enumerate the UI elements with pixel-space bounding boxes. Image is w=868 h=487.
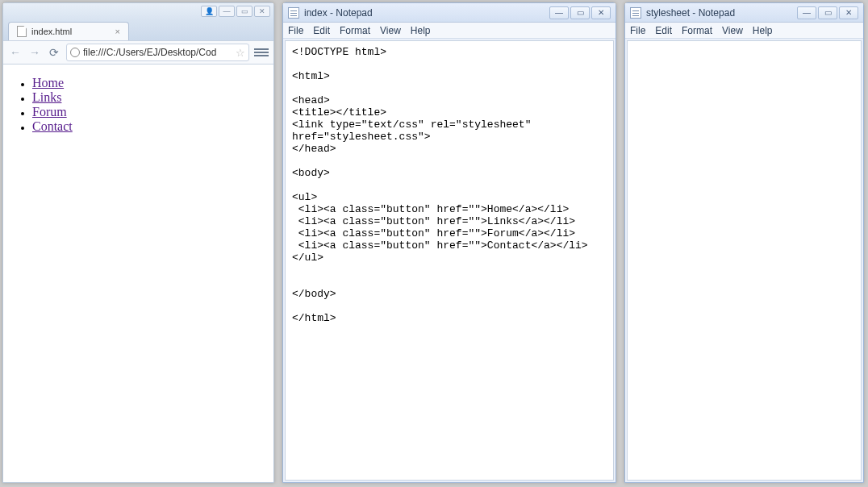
notepad-title: stylesheet - Notepad: [646, 7, 735, 19]
window-controls: — ▭ ✕: [549, 6, 611, 19]
menu-format[interactable]: Format: [340, 25, 370, 36]
menu-help[interactable]: Help: [753, 25, 773, 36]
minimize-button[interactable]: —: [219, 6, 235, 17]
notepad-titlebar: index - Notepad — ▭ ✕: [283, 3, 616, 23]
menu-edit[interactable]: Edit: [313, 25, 330, 36]
chrome-toolbar: ← → ⟳ file:///C:/Users/EJ/Desktop/Cod ☆: [3, 40, 273, 65]
menu-format[interactable]: Format: [682, 25, 712, 36]
globe-icon: [70, 48, 80, 57]
chrome-viewport: Home Links Forum Contact: [3, 65, 273, 482]
page-icon: [17, 26, 27, 37]
chrome-titlebar: 👤 — ▭ ✕: [3, 3, 273, 19]
minimize-button[interactable]: —: [797, 6, 816, 19]
maximize-button[interactable]: ▭: [818, 6, 837, 19]
chrome-window: 👤 — ▭ ✕ index.html × ← → ⟳ file:///C:/Us…: [2, 2, 274, 483]
close-button[interactable]: ✕: [591, 6, 611, 19]
window-controls: — ▭ ✕: [797, 6, 858, 19]
notepad-index-window: index - Notepad — ▭ ✕ File Edit Format V…: [282, 2, 616, 483]
menu-help[interactable]: Help: [411, 25, 431, 36]
close-tab-icon[interactable]: ×: [115, 27, 120, 36]
notepad-stylesheet-window: stylesheet - Notepad — ▭ ✕ File Edit For…: [624, 2, 864, 483]
close-button[interactable]: ✕: [254, 6, 270, 17]
menu-edit[interactable]: Edit: [655, 25, 672, 36]
chrome-tab-strip: index.html ×: [3, 19, 273, 40]
chrome-tab[interactable]: index.html ×: [8, 22, 129, 40]
list-item: Links: [32, 90, 267, 105]
notepad-app-icon: [630, 7, 641, 19]
minimize-button[interactable]: —: [549, 6, 569, 19]
list-item: Forum: [32, 105, 267, 119]
notepad-text-area[interactable]: <!DOCTYPE html> <html> <head> <title></t…: [285, 40, 614, 481]
menu-view[interactable]: View: [722, 25, 743, 36]
notepad-text-area[interactable]: [627, 40, 862, 481]
notepad-menu-bar: File Edit Format View Help: [625, 23, 863, 39]
notepad-titlebar: stylesheet - Notepad — ▭ ✕: [625, 3, 863, 23]
maximize-button[interactable]: ▭: [236, 6, 252, 17]
forward-button[interactable]: →: [27, 45, 42, 60]
link-contact[interactable]: Contact: [32, 119, 73, 133]
link-home[interactable]: Home: [32, 76, 64, 89]
list-item: Home: [32, 76, 267, 90]
nav-link-list: Home Links Forum Contact: [10, 76, 267, 134]
chrome-tab-title: index.html: [31, 27, 72, 36]
notepad-title: index - Notepad: [304, 7, 373, 19]
maximize-button[interactable]: ▭: [570, 6, 590, 19]
notepad-menu-bar: File Edit Format View Help: [283, 23, 616, 39]
menu-view[interactable]: View: [380, 25, 401, 36]
url-text: file:///C:/Users/EJ/Desktop/Cod: [83, 47, 216, 58]
reload-button[interactable]: ⟳: [47, 45, 61, 60]
address-bar[interactable]: file:///C:/Users/EJ/Desktop/Cod ☆: [66, 44, 249, 61]
link-links[interactable]: Links: [32, 90, 61, 104]
bookmark-star-icon[interactable]: ☆: [236, 47, 245, 59]
list-item: Contact: [32, 119, 267, 134]
back-button[interactable]: ←: [8, 45, 23, 60]
chrome-menu-button[interactable]: [254, 45, 269, 60]
user-icon[interactable]: 👤: [201, 6, 217, 17]
close-button[interactable]: ✕: [839, 6, 858, 19]
link-forum[interactable]: Forum: [32, 105, 67, 119]
menu-file[interactable]: File: [288, 25, 303, 36]
menu-file[interactable]: File: [630, 25, 645, 36]
notepad-app-icon: [288, 7, 299, 19]
